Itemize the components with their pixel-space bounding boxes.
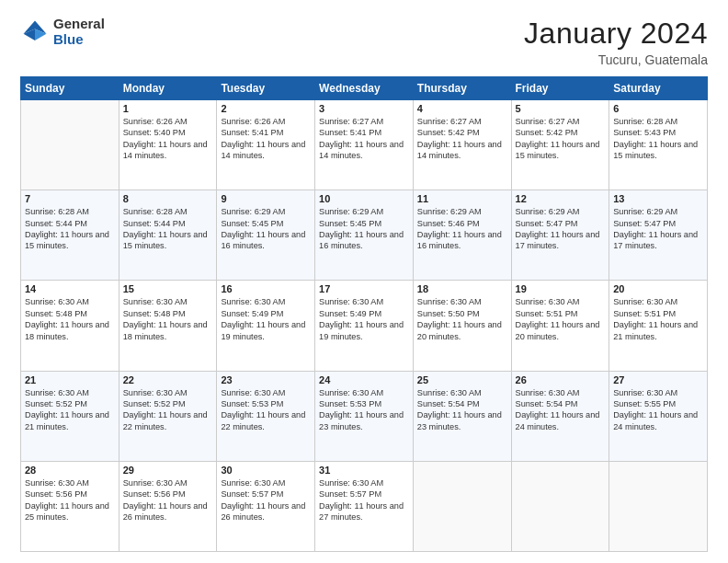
logo-text: General Blue xyxy=(53,17,105,47)
cell-content: Sunrise: 6:27 AM Sunset: 5:42 PM Dayligh… xyxy=(417,116,507,162)
cell-content: Sunrise: 6:30 AM Sunset: 5:57 PM Dayligh… xyxy=(221,477,311,523)
page: General Blue January 2024 Tucuru, Guatem… xyxy=(0,0,728,563)
logo-blue-text: Blue xyxy=(53,32,105,48)
day-number: 12 xyxy=(516,193,606,204)
day-number: 25 xyxy=(417,374,507,385)
day-number: 24 xyxy=(319,374,409,385)
calendar-cell-w4-d7: 27Sunrise: 6:30 AM Sunset: 5:55 PM Dayli… xyxy=(609,371,708,461)
cell-content: Sunrise: 6:28 AM Sunset: 5:44 PM Dayligh… xyxy=(25,206,115,252)
calendar-cell-w1-d1 xyxy=(21,100,119,190)
logo-general-text: General xyxy=(53,17,105,32)
cell-content: Sunrise: 6:30 AM Sunset: 5:57 PM Dayligh… xyxy=(319,477,409,523)
calendar-cell-w4-d1: 21Sunrise: 6:30 AM Sunset: 5:52 PM Dayli… xyxy=(21,371,119,461)
logo-icon xyxy=(20,17,50,47)
calendar-cell-w3-d4: 17Sunrise: 6:30 AM Sunset: 5:49 PM Dayli… xyxy=(315,281,414,371)
col-wednesday: Wednesday xyxy=(315,77,414,100)
calendar-cell-w4-d6: 26Sunrise: 6:30 AM Sunset: 5:54 PM Dayli… xyxy=(511,371,609,461)
day-number: 8 xyxy=(123,193,213,204)
logo: General Blue xyxy=(20,17,105,47)
calendar-cell-w3-d2: 15Sunrise: 6:30 AM Sunset: 5:48 PM Dayli… xyxy=(119,281,217,371)
calendar-cell-w4-d3: 23Sunrise: 6:30 AM Sunset: 5:53 PM Dayli… xyxy=(217,371,315,461)
cell-content: Sunrise: 6:26 AM Sunset: 5:40 PM Dayligh… xyxy=(123,116,213,162)
cell-content: Sunrise: 6:30 AM Sunset: 5:51 PM Dayligh… xyxy=(613,296,703,342)
calendar-cell-w3-d6: 19Sunrise: 6:30 AM Sunset: 5:51 PM Dayli… xyxy=(511,281,609,371)
calendar-header-row: Sunday Monday Tuesday Wednesday Thursday… xyxy=(21,77,708,100)
calendar-cell-w5-d2: 29Sunrise: 6:30 AM Sunset: 5:56 PM Dayli… xyxy=(119,461,217,551)
week-row-1: 1Sunrise: 6:26 AM Sunset: 5:40 PM Daylig… xyxy=(21,100,708,190)
cell-content: Sunrise: 6:30 AM Sunset: 5:49 PM Dayligh… xyxy=(319,296,409,342)
calendar-cell-w2-d3: 9Sunrise: 6:29 AM Sunset: 5:45 PM Daylig… xyxy=(217,190,315,281)
calendar-cell-w2-d7: 13Sunrise: 6:29 AM Sunset: 5:47 PM Dayli… xyxy=(609,190,708,281)
week-row-3: 14Sunrise: 6:30 AM Sunset: 5:48 PM Dayli… xyxy=(21,281,708,371)
col-monday: Monday xyxy=(119,77,217,100)
day-number: 6 xyxy=(613,103,703,114)
cell-content: Sunrise: 6:30 AM Sunset: 5:49 PM Dayligh… xyxy=(221,296,311,342)
cell-content: Sunrise: 6:30 AM Sunset: 5:53 PM Dayligh… xyxy=(319,387,409,433)
day-number: 31 xyxy=(319,465,409,476)
calendar-cell-w2-d5: 11Sunrise: 6:29 AM Sunset: 5:46 PM Dayli… xyxy=(413,190,511,281)
calendar-cell-w5-d7 xyxy=(609,461,708,551)
calendar-cell-w3-d5: 18Sunrise: 6:30 AM Sunset: 5:50 PM Dayli… xyxy=(413,281,511,371)
cell-content: Sunrise: 6:30 AM Sunset: 5:53 PM Dayligh… xyxy=(221,387,311,433)
cell-content: Sunrise: 6:30 AM Sunset: 5:52 PM Dayligh… xyxy=(123,387,213,433)
calendar-cell-w3-d7: 20Sunrise: 6:30 AM Sunset: 5:51 PM Dayli… xyxy=(609,281,708,371)
cell-content: Sunrise: 6:29 AM Sunset: 5:47 PM Dayligh… xyxy=(613,206,703,252)
day-number: 16 xyxy=(221,283,311,294)
day-number: 9 xyxy=(221,193,311,204)
calendar-cell-w1-d2: 1Sunrise: 6:26 AM Sunset: 5:40 PM Daylig… xyxy=(119,100,217,190)
calendar-cell-w5-d6 xyxy=(511,461,609,551)
cell-content: Sunrise: 6:26 AM Sunset: 5:41 PM Dayligh… xyxy=(221,116,311,162)
calendar-cell-w1-d6: 5Sunrise: 6:27 AM Sunset: 5:42 PM Daylig… xyxy=(511,100,609,190)
cell-content: Sunrise: 6:30 AM Sunset: 5:52 PM Dayligh… xyxy=(25,387,115,433)
calendar-cell-w1-d3: 2Sunrise: 6:26 AM Sunset: 5:41 PM Daylig… xyxy=(217,100,315,190)
day-number: 22 xyxy=(123,374,213,385)
day-number: 11 xyxy=(417,193,507,204)
week-row-5: 28Sunrise: 6:30 AM Sunset: 5:56 PM Dayli… xyxy=(21,461,708,551)
title-block: January 2024 Tucuru, Guatemala xyxy=(524,17,708,67)
day-number: 5 xyxy=(516,103,606,114)
day-number: 29 xyxy=(123,465,213,476)
cell-content: Sunrise: 6:30 AM Sunset: 5:50 PM Dayligh… xyxy=(417,296,507,342)
day-number: 19 xyxy=(516,283,606,294)
cell-content: Sunrise: 6:27 AM Sunset: 5:41 PM Dayligh… xyxy=(319,116,409,162)
calendar-cell-w1-d4: 3Sunrise: 6:27 AM Sunset: 5:41 PM Daylig… xyxy=(315,100,414,190)
cell-content: Sunrise: 6:28 AM Sunset: 5:44 PM Dayligh… xyxy=(123,206,213,252)
calendar-cell-w4-d5: 25Sunrise: 6:30 AM Sunset: 5:54 PM Dayli… xyxy=(413,371,511,461)
day-number: 28 xyxy=(25,465,115,476)
col-sunday: Sunday xyxy=(21,77,119,100)
day-number: 10 xyxy=(319,193,409,204)
cell-content: Sunrise: 6:29 AM Sunset: 5:45 PM Dayligh… xyxy=(319,206,409,252)
calendar-cell-w1-d7: 6Sunrise: 6:28 AM Sunset: 5:43 PM Daylig… xyxy=(609,100,708,190)
cell-content: Sunrise: 6:27 AM Sunset: 5:42 PM Dayligh… xyxy=(516,116,606,162)
calendar-cell-w4-d4: 24Sunrise: 6:30 AM Sunset: 5:53 PM Dayli… xyxy=(315,371,414,461)
cell-content: Sunrise: 6:30 AM Sunset: 5:56 PM Dayligh… xyxy=(123,477,213,523)
cell-content: Sunrise: 6:30 AM Sunset: 5:56 PM Dayligh… xyxy=(25,477,115,523)
day-number: 1 xyxy=(123,103,213,114)
week-row-4: 21Sunrise: 6:30 AM Sunset: 5:52 PM Dayli… xyxy=(21,371,708,461)
calendar-cell-w5-d3: 30Sunrise: 6:30 AM Sunset: 5:57 PM Dayli… xyxy=(217,461,315,551)
calendar-cell-w2-d2: 8Sunrise: 6:28 AM Sunset: 5:44 PM Daylig… xyxy=(119,190,217,281)
cell-content: Sunrise: 6:29 AM Sunset: 5:45 PM Dayligh… xyxy=(221,206,311,252)
col-thursday: Thursday xyxy=(413,77,511,100)
calendar-table: Sunday Monday Tuesday Wednesday Thursday… xyxy=(20,76,708,552)
day-number: 21 xyxy=(25,374,115,385)
day-number: 3 xyxy=(319,103,409,114)
calendar-cell-w1-d5: 4Sunrise: 6:27 AM Sunset: 5:42 PM Daylig… xyxy=(413,100,511,190)
cell-content: Sunrise: 6:30 AM Sunset: 5:48 PM Dayligh… xyxy=(25,296,115,342)
calendar-cell-w5-d4: 31Sunrise: 6:30 AM Sunset: 5:57 PM Dayli… xyxy=(315,461,414,551)
calendar-cell-w3-d3: 16Sunrise: 6:30 AM Sunset: 5:49 PM Dayli… xyxy=(217,281,315,371)
calendar-cell-w3-d1: 14Sunrise: 6:30 AM Sunset: 5:48 PM Dayli… xyxy=(21,281,119,371)
cell-content: Sunrise: 6:28 AM Sunset: 5:43 PM Dayligh… xyxy=(613,116,703,162)
month-year: January 2024 xyxy=(524,17,708,51)
day-number: 30 xyxy=(221,465,311,476)
cell-content: Sunrise: 6:29 AM Sunset: 5:47 PM Dayligh… xyxy=(516,206,606,252)
cell-content: Sunrise: 6:30 AM Sunset: 5:55 PM Dayligh… xyxy=(613,387,703,433)
day-number: 15 xyxy=(123,283,213,294)
day-number: 18 xyxy=(417,283,507,294)
day-number: 7 xyxy=(25,193,115,204)
day-number: 4 xyxy=(417,103,507,114)
day-number: 27 xyxy=(613,374,703,385)
cell-content: Sunrise: 6:29 AM Sunset: 5:46 PM Dayligh… xyxy=(417,206,507,252)
week-row-2: 7Sunrise: 6:28 AM Sunset: 5:44 PM Daylig… xyxy=(21,190,708,281)
col-saturday: Saturday xyxy=(609,77,708,100)
